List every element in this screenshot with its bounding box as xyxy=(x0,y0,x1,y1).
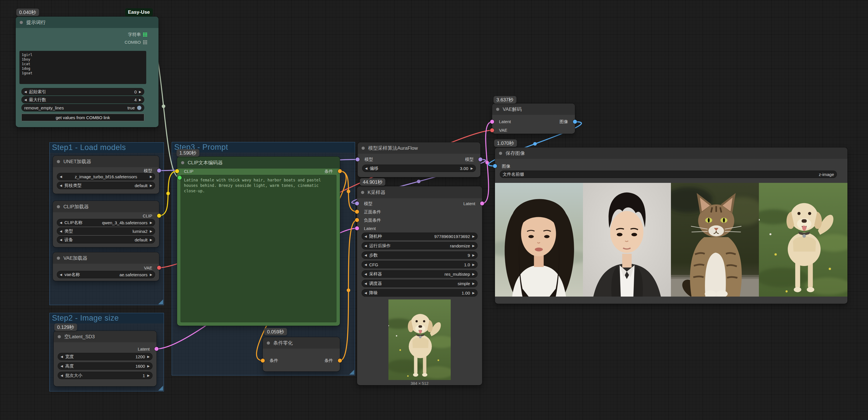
vaedecode-latent-input-pin[interactable] xyxy=(490,120,494,124)
widget-get_values[interactable]: get values from COMBO link xyxy=(22,114,144,121)
ksampler-negative-input-pin[interactable] xyxy=(355,218,359,222)
widget-type[interactable]: ◀类型lumina2▶ xyxy=(57,228,155,235)
ksampler-widgets: ◀随机种977896901973692▶◀运行后操作randomize▶◀步数9… xyxy=(362,233,477,297)
clip-loader-widgets: ◀CLIP名称qwen_3_4b.safetensors▶◀类型lumina2▶… xyxy=(57,219,155,243)
string-output-grid-icon[interactable] xyxy=(143,33,147,36)
node-status-dot xyxy=(496,108,499,111)
node-title: K采样器 xyxy=(368,189,385,196)
cliploader-clip-output-pin[interactable] xyxy=(157,214,161,218)
node-ksampler-header[interactable]: K采样器 xyxy=(357,186,482,198)
auraflow-model-input-pin[interactable] xyxy=(355,157,360,161)
prompt-lines-button: get values from COMBO link xyxy=(22,114,144,121)
saveimage-image-input-pin[interactable] xyxy=(493,164,497,168)
encoder-text-input-pin[interactable] xyxy=(178,176,182,180)
widget-vae_name[interactable]: ◀vae名称ae.safetensors▶ xyxy=(57,271,155,278)
widget-seed[interactable]: ◀随机种977896901973692▶ xyxy=(362,233,477,240)
comfyui-canvas[interactable]: Step1 - Load models Step2 - Image size S… xyxy=(0,0,868,420)
latent-output-label: Latent xyxy=(138,347,150,352)
widget-scheduler[interactable]: ◀调度器simple▶ xyxy=(362,280,477,287)
node-model-sampling-auraflow[interactable]: 模型采样算法AuraFlow 模型 模型 ◀偏移3.00▶ xyxy=(358,142,480,177)
node-vae-decode-header[interactable]: VAE解码 xyxy=(492,103,575,115)
zeroout-cond-input-pin[interactable] xyxy=(261,359,265,363)
node-ksampler[interactable]: K采样器 模型 正面条件 负面条件 Latent Latent ◀随机种9778… xyxy=(357,186,482,385)
ksampler-preview-image xyxy=(389,299,451,380)
node-cond-zero-header[interactable]: 条件零化 xyxy=(263,337,340,349)
wire-midpoint-dot xyxy=(347,190,350,193)
encoder-clip-input-pin[interactable] xyxy=(175,169,179,173)
encoder-cond-output-pin[interactable] xyxy=(338,169,342,173)
unet-model-output-pin[interactable] xyxy=(157,169,161,173)
vaedecode-vae-input-pin[interactable] xyxy=(490,128,494,132)
zeroout-cond-output-pin[interactable] xyxy=(338,359,342,363)
wire-midpoint-dot xyxy=(533,142,537,145)
widget-denoise[interactable]: ◀降噪1.00▶ xyxy=(362,289,477,297)
node-title: 模型采样算法AuraFlow xyxy=(368,145,418,151)
widget-steps[interactable]: ◀步数9▶ xyxy=(362,251,477,259)
node-vae-loader[interactable]: VAE加载器 VAE ◀vae名称ae.safetensors▶ xyxy=(53,252,159,281)
node-clip-encode-header[interactable]: CLIP文本编码器 xyxy=(177,156,340,169)
vae-output-label: VAE xyxy=(144,265,152,270)
empty-latent-widgets: ◀宽度1200▶◀高度1600▶◀批次大小1▶ xyxy=(58,353,153,379)
node-status-dot xyxy=(361,191,364,194)
negative-input-label: 负面条件 xyxy=(364,218,381,223)
widget-height[interactable]: ◀高度1600▶ xyxy=(58,362,153,370)
widget-shift[interactable]: ◀偏移3.00▶ xyxy=(362,164,476,172)
auraflow-widgets: ◀偏移3.00▶ xyxy=(362,164,476,172)
node-title: 条件零化 xyxy=(273,340,293,346)
widget-weight_dtype[interactable]: ◀剪枝类型default▶ xyxy=(57,182,155,189)
widget-device[interactable]: ◀设备default▶ xyxy=(57,236,155,243)
output-image-girl-portrait xyxy=(495,183,583,297)
ksampler-latent-output-pin[interactable] xyxy=(480,202,484,205)
wire-midpoint-dot xyxy=(417,180,421,183)
widget-start_index[interactable]: ◀起始索引0▶ xyxy=(22,88,144,95)
node-title: 空Latent_SD3 xyxy=(64,333,95,340)
widget-width[interactable]: ◀宽度1200▶ xyxy=(58,353,153,360)
node-vae-loader-header[interactable]: VAE加载器 xyxy=(53,252,159,264)
widget-cfg[interactable]: ◀CFG1.0▶ xyxy=(362,261,477,268)
node-clip-text-encode[interactable]: CLIP文本编码器 CLIP 条件 Latina female with thi… xyxy=(177,156,340,326)
prompt-lines-textarea[interactable]: 1girl1boy1cat1dog1goat xyxy=(20,51,146,84)
node-clip-loader-header[interactable]: CLIP加载器 xyxy=(53,201,159,212)
widget-remove_empty_lines[interactable]: remove_empty_linestrue xyxy=(22,104,144,112)
node-save-image[interactable]: 保存图像 图像 文件名前缀z-image xyxy=(495,147,847,304)
node-status-dot xyxy=(20,21,23,24)
vaedecode-image-output-pin[interactable] xyxy=(573,120,577,124)
output-image-boy-portrait xyxy=(583,183,671,297)
exec-time-badge: 0.129秒 xyxy=(54,324,77,331)
node-prompt-lines[interactable]: 提示词行 字符串 COMBO 1girl1boy1cat1dog1goat ◀起… xyxy=(16,17,158,127)
node-empty-latent-header[interactable]: 空Latent_SD3 xyxy=(54,331,157,342)
wire-midpoint-dot xyxy=(162,104,165,108)
vae-input-label: VAE xyxy=(499,128,507,132)
prompt-textarea[interactable]: Latina female with thick wavy hair, harb… xyxy=(181,175,337,322)
clip-input-label: CLIP xyxy=(184,169,193,174)
widget-max_rows[interactable]: ◀最大行数4▶ xyxy=(22,96,144,103)
widget-batch_size[interactable]: ◀批次大小1▶ xyxy=(58,372,153,379)
widget-sampler_name[interactable]: ◀采样器res_multistep▶ xyxy=(362,270,477,278)
emptylatent-latent-output-pin[interactable] xyxy=(155,347,158,351)
node-auraflow-header[interactable]: 模型采样算法AuraFlow xyxy=(358,142,480,154)
node-title: VAE加载器 xyxy=(63,255,87,262)
widget-clip_name[interactable]: ◀CLIP名称qwen_3_4b.safetensors▶ xyxy=(57,219,155,226)
ksampler-positive-input-pin[interactable] xyxy=(355,210,359,214)
ksampler-latent-input-pin[interactable] xyxy=(355,226,359,230)
model-input-label: 模型 xyxy=(365,157,373,162)
node-prompt-lines-header[interactable]: 提示词行 xyxy=(16,17,158,28)
auraflow-model-output-pin[interactable] xyxy=(478,157,483,161)
node-conditioning-zero-out[interactable]: 条件零化 条件 条件 xyxy=(263,337,340,371)
node-clip-loader[interactable]: CLIP加载器 CLIP ◀CLIP名称qwen_3_4b.safetensor… xyxy=(53,201,159,247)
node-status-dot xyxy=(499,152,502,155)
vae-loader-widgets: ◀vae名称ae.safetensors▶ xyxy=(57,271,155,278)
node-unet-loader-header[interactable]: UNET加载器 xyxy=(53,156,159,167)
node-vae-decode[interactable]: VAE解码 Latent VAE 图像 xyxy=(492,103,575,134)
widget-control_after_generate[interactable]: ◀运行后操作randomize▶ xyxy=(362,242,477,249)
node-empty-latent-sd3[interactable]: 空Latent_SD3 Latent ◀宽度1200▶◀高度1600▶◀批次大小… xyxy=(54,331,157,386)
widget-filename_prefix[interactable]: 文件名前缀z-image xyxy=(500,171,837,178)
image-output-label: 图像 xyxy=(560,119,568,125)
ksampler-model-input-pin[interactable] xyxy=(355,202,359,205)
node-unet-loader[interactable]: UNET加载器 模型 ◀z_image_turbo_bf16.safetenso… xyxy=(53,156,159,194)
node-save-image-header[interactable]: 保存图像 xyxy=(495,147,847,159)
vaeloader-vae-output-pin[interactable] xyxy=(157,266,161,270)
combo-output-grid-icon[interactable] xyxy=(143,40,147,44)
exec-time-badge: 0.059秒 xyxy=(264,328,287,335)
widget-unet_name[interactable]: ◀z_image_turbo_bf16.safetensors▶ xyxy=(57,173,155,180)
